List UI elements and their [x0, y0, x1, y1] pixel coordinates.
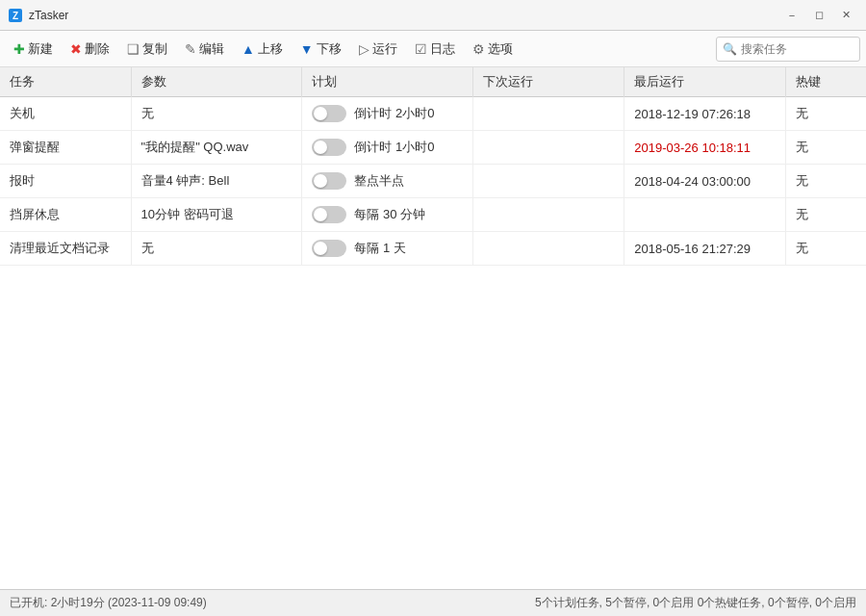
title-bar: Z zTasker − ◻ ✕ — [0, 0, 866, 31]
run-icon: ▷ — [359, 42, 369, 56]
move-up-button[interactable]: ▲ 上移 — [234, 37, 291, 62]
task-last-run: 2018-12-19 07:26:18 — [624, 97, 785, 131]
task-table-container: 任务 参数 计划 下次运行 最后运行 热键 关机 无 倒计时 2小时0 — [0, 67, 866, 589]
delete-icon: ✖ — [70, 42, 82, 56]
status-uptime: 已开机: 2小时19分 (2023-11-09 09:49) — [10, 595, 207, 611]
new-icon: ✚ — [13, 42, 25, 56]
task-hotkey: 无 — [785, 232, 866, 266]
down-arrow-icon: ▼ — [300, 42, 314, 56]
task-plan: 倒计时 1小时0 — [302, 131, 473, 165]
copy-button[interactable]: ❑ 复制 — [119, 37, 175, 62]
toggle-switch[interactable] — [312, 172, 346, 190]
toggle-switch[interactable] — [312, 240, 346, 257]
delete-button[interactable]: ✖ 删除 — [63, 37, 117, 62]
task-name: 弹窗提醒 — [0, 131, 131, 165]
log-icon: ☑ — [415, 42, 427, 56]
restore-button[interactable]: ◻ — [806, 5, 831, 26]
header-hotkey: 热键 — [785, 67, 866, 97]
header-last-run: 最后运行 — [624, 67, 785, 97]
task-hotkey: 无 — [785, 131, 866, 165]
search-box[interactable]: 🔍 — [716, 37, 860, 62]
task-params: 无 — [131, 232, 302, 266]
task-plan: 倒计时 2小时0 — [302, 97, 473, 131]
plan-text: 每隔 30 分钟 — [354, 206, 425, 223]
plan-text: 倒计时 1小时0 — [354, 139, 434, 156]
edit-icon: ✎ — [185, 42, 196, 56]
task-last-run: 2018-05-16 21:27:29 — [624, 232, 785, 266]
plan-text: 倒计时 2小时0 — [354, 105, 434, 122]
task-params: 音量4 钟声: Bell — [131, 165, 302, 198]
window-controls: − ◻ ✕ — [779, 5, 858, 26]
close-button[interactable]: ✕ — [833, 5, 858, 26]
header-params: 参数 — [131, 67, 302, 97]
header-task: 任务 — [0, 67, 131, 97]
task-params: 10分钟 密码可退 — [131, 198, 302, 232]
task-params: "我的提醒" QQ.wav — [131, 131, 302, 165]
table-row[interactable]: 弹窗提醒 "我的提醒" QQ.wav 倒计时 1小时0 2019-03-26 1… — [0, 131, 866, 165]
task-hotkey: 无 — [785, 198, 866, 232]
plan-text: 每隔 1 天 — [354, 240, 405, 257]
task-next-run — [473, 198, 624, 232]
log-button[interactable]: ☑ 日志 — [407, 37, 463, 62]
toolbar: ✚ 新建 ✖ 删除 ❑ 复制 ✎ 编辑 ▲ 上移 ▼ 下移 ▷ 运行 ☑ 日志 … — [0, 31, 866, 67]
task-name: 关机 — [0, 97, 131, 131]
edit-button[interactable]: ✎ 编辑 — [177, 37, 232, 62]
up-arrow-icon: ▲ — [242, 42, 255, 56]
task-hotkey: 无 — [785, 97, 866, 131]
options-icon: ⚙ — [472, 42, 485, 56]
plan-text: 整点半点 — [354, 172, 404, 190]
task-plan: 每隔 1 天 — [302, 232, 473, 266]
window-title: zTasker — [29, 9, 779, 22]
task-last-run: 2018-04-24 03:00:00 — [624, 165, 785, 198]
task-next-run — [473, 131, 624, 165]
task-hotkey: 无 — [785, 165, 866, 198]
toggle-switch[interactable] — [312, 206, 346, 223]
svg-text:Z: Z — [13, 11, 18, 21]
header-next-run: 下次运行 — [473, 67, 624, 97]
search-icon: 🔍 — [723, 42, 737, 56]
task-plan: 整点半点 — [302, 165, 473, 198]
minimize-button[interactable]: − — [779, 5, 804, 26]
status-summary: 5个计划任务, 5个暂停, 0个启用 0个热键任务, 0个暂停, 0个启用 — [226, 595, 856, 611]
task-next-run — [473, 97, 624, 131]
task-name: 挡屏休息 — [0, 198, 131, 232]
table-row[interactable]: 关机 无 倒计时 2小时0 2018-12-19 07:26:18 无 — [0, 97, 866, 131]
task-table: 任务 参数 计划 下次运行 最后运行 热键 关机 无 倒计时 2小时0 — [0, 67, 866, 266]
run-button[interactable]: ▷ 运行 — [351, 37, 405, 62]
options-button[interactable]: ⚙ 选项 — [465, 37, 521, 62]
table-row[interactable]: 报时 音量4 钟声: Bell 整点半点 2018-04-24 03:00:00… — [0, 165, 866, 198]
toggle-switch[interactable] — [312, 139, 346, 156]
task-last-run — [624, 198, 785, 232]
new-button[interactable]: ✚ 新建 — [6, 37, 61, 62]
search-input[interactable] — [741, 42, 856, 56]
toggle-switch[interactable] — [312, 105, 346, 122]
task-name: 报时 — [0, 165, 131, 198]
table-row[interactable]: 挡屏休息 10分钟 密码可退 每隔 30 分钟 无 — [0, 198, 866, 232]
move-down-button[interactable]: ▼ 下移 — [293, 37, 349, 62]
task-name: 清理最近文档记录 — [0, 232, 131, 266]
task-next-run — [473, 232, 624, 266]
table-row[interactable]: 清理最近文档记录 无 每隔 1 天 2018-05-16 21:27:29 无 — [0, 232, 866, 266]
task-last-run: 2019-03-26 10:18:11 — [624, 131, 785, 165]
header-plan: 计划 — [302, 67, 473, 97]
task-params: 无 — [131, 97, 302, 131]
task-next-run — [473, 165, 624, 198]
copy-icon: ❑ — [127, 42, 140, 56]
status-bar: 已开机: 2小时19分 (2023-11-09 09:49) 5个计划任务, 5… — [0, 589, 866, 616]
table-header-row: 任务 参数 计划 下次运行 最后运行 热键 — [0, 67, 866, 97]
app-icon: Z — [8, 8, 23, 23]
task-plan: 每隔 30 分钟 — [302, 198, 473, 232]
